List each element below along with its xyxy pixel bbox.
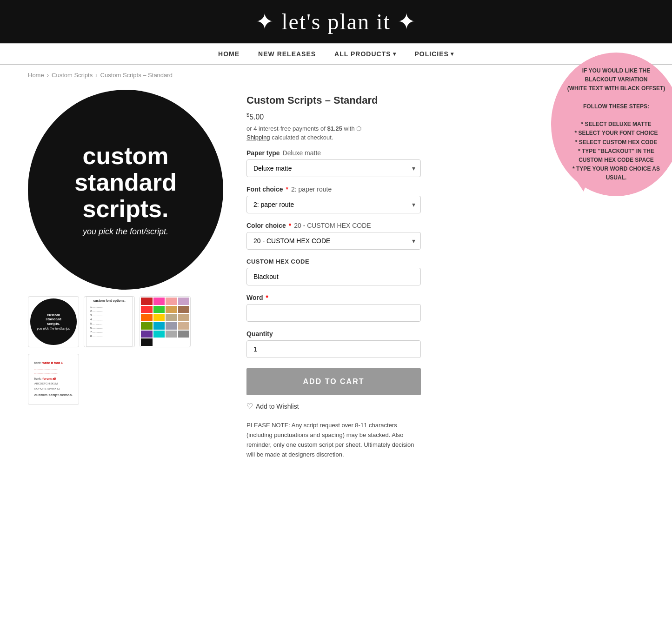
site-header: ✦ let's plan it ✦	[0, 0, 672, 43]
word-label: Word *	[246, 294, 644, 301]
thumbnail-row-1: customstandardscripts.you pick the font/…	[28, 296, 223, 347]
site-logo[interactable]: ✦ let's plan it ✦	[255, 8, 417, 34]
breadcrumb-home[interactable]: Home	[28, 72, 44, 79]
shipping-link[interactable]: Shipping	[246, 134, 270, 141]
color-choice-required-star: *	[289, 222, 291, 229]
installment-amount: $1.25	[327, 125, 342, 132]
color-swatch-cell	[166, 322, 177, 330]
word-required-star: *	[266, 294, 268, 301]
color-swatch-cell	[178, 322, 190, 330]
product-details: IF YOU WOULD LIKE THEBLACKOUT VARIATION(…	[246, 90, 644, 460]
color-swatch-grid	[141, 298, 189, 346]
color-swatch-cell	[141, 331, 153, 338]
custom-hex-group: CUSTOM HEX CODE	[246, 258, 644, 285]
custom-hex-input[interactable]	[246, 268, 421, 285]
color-swatch-cell	[141, 314, 153, 321]
product-image-line2: standard	[74, 169, 177, 196]
breadcrumb-sep-1: ›	[47, 72, 49, 79]
color-choice-select-wrapper: 1 - Red 2 - Pink 20 - CUSTOM HEX CODE	[246, 232, 421, 250]
custom-hex-label: CUSTOM HEX CODE	[246, 258, 644, 265]
quantity-input[interactable]	[246, 340, 421, 358]
nav-item-all-products[interactable]: ALL PRODUCTS	[334, 50, 396, 58]
breadcrumb-current: Custom Scripts – Standard	[100, 72, 173, 79]
quantity-label: Quantity	[246, 330, 644, 338]
color-swatch-cell	[141, 338, 153, 346]
main-product-image: custom standard scripts. you pick the fo…	[28, 90, 223, 290]
color-swatch-cell	[141, 306, 153, 313]
main-content: custom standard scripts. you pick the fo…	[0, 85, 672, 478]
color-swatch-cell	[166, 331, 177, 338]
thumb-circle: customstandardscripts.you pick the font/…	[30, 298, 77, 345]
nav-item-new-releases[interactable]: NEW RELEASES	[258, 50, 316, 58]
color-swatch-cell	[141, 322, 153, 330]
font-choice-required-star: *	[286, 186, 288, 193]
main-nav: HOME NEW RELEASES ALL PRODUCTS POLICIES	[0, 43, 672, 65]
price-value: 5.00	[249, 113, 264, 121]
thumb-demo-content: font: write it font 4 ..................…	[34, 361, 73, 398]
wishlist-row[interactable]: ♡ Add to Wishlist	[246, 402, 644, 411]
installment-service-icon: ⬡	[356, 125, 361, 132]
color-choice-selected-value: 20 - CUSTOM HEX CODE	[294, 222, 371, 229]
main-image-text: custom standard scripts. you pick the fo…	[74, 143, 177, 237]
font-chart-header: custom font options.	[88, 299, 130, 302]
nav-item-home[interactable]: HOME	[218, 50, 240, 58]
shipping-note: calculated at checkout.	[272, 134, 333, 141]
font-choice-select[interactable]: 1: option one 2: paper route 3: option t…	[246, 196, 421, 213]
thumbnail-2[interactable]: custom font options. 1. ............2. .…	[84, 296, 135, 347]
color-swatch-cell	[178, 298, 190, 305]
paper-type-select-wrapper: Deluxe matte Standard matte Glossy	[246, 159, 421, 177]
color-swatch-cell	[178, 314, 190, 321]
product-image-line1: custom	[74, 143, 177, 169]
wishlist-label: Add to Wishlist	[256, 403, 299, 410]
breadcrumb-custom-scripts[interactable]: Custom Scripts	[52, 72, 93, 79]
color-swatch-cell	[178, 306, 190, 313]
color-swatch-cell	[166, 306, 177, 313]
wishlist-icon: ♡	[246, 402, 253, 411]
product-image-sub: you pick the font/script.	[74, 227, 177, 237]
color-swatch-cell	[141, 298, 153, 305]
color-swatch-cell	[153, 306, 165, 313]
color-swatch-cell	[166, 314, 177, 321]
color-swatch-cell	[153, 322, 165, 330]
paper-type-select[interactable]: Deluxe matte Standard matte Glossy	[246, 159, 421, 177]
color-swatch-cell	[153, 314, 165, 321]
word-group: Word *	[246, 294, 644, 322]
word-input[interactable]	[246, 304, 421, 322]
thumbnail-3[interactable]	[140, 296, 191, 347]
paper-type-selected-value: Deluxe matte	[283, 149, 321, 157]
color-swatch-cell	[178, 331, 190, 338]
product-note: PLEASE NOTE: Any script request over 8-1…	[246, 421, 421, 459]
thumb-circle-text: customstandardscripts.you pick the font/…	[37, 313, 70, 331]
product-image-line3: scripts.	[74, 196, 177, 222]
font-choice-select-wrapper: 1: option one 2: paper route 3: option t…	[246, 196, 421, 213]
add-to-cart-button[interactable]: ADD TO CART	[246, 368, 421, 395]
color-choice-select[interactable]: 1 - Red 2 - Pink 20 - CUSTOM HEX CODE	[246, 232, 421, 250]
font-choice-selected-value: 2: paper route	[291, 186, 332, 193]
thumbnail-1[interactable]: customstandardscripts.you pick the font/…	[28, 296, 79, 347]
tooltip-text: IF YOU WOULD LIKE THEBLACKOUT VARIATION(…	[567, 67, 665, 181]
nav-item-policies[interactable]: POLICIES	[415, 50, 454, 58]
breadcrumb-sep-2: ›	[95, 72, 97, 79]
font-chart-lines: 1. ............2. ............3. .......…	[88, 303, 130, 340]
thumbnail-row-2: font: write it font 4 ..................…	[28, 354, 223, 405]
color-swatch-cell	[166, 298, 177, 305]
color-swatch-cell	[153, 331, 165, 338]
color-choice-group: Color choice * 20 - CUSTOM HEX CODE 1 - …	[246, 222, 644, 250]
font-chart: custom font options. 1. ............2. .…	[86, 297, 133, 347]
color-choice-label: Color choice * 20 - CUSTOM HEX CODE	[246, 222, 644, 229]
thumbnail-4[interactable]: font: write it font 4 ..................…	[28, 354, 79, 405]
quantity-group: Quantity	[246, 330, 644, 358]
product-images: custom standard scripts. you pick the fo…	[28, 90, 223, 460]
color-swatch-cell	[153, 298, 165, 305]
